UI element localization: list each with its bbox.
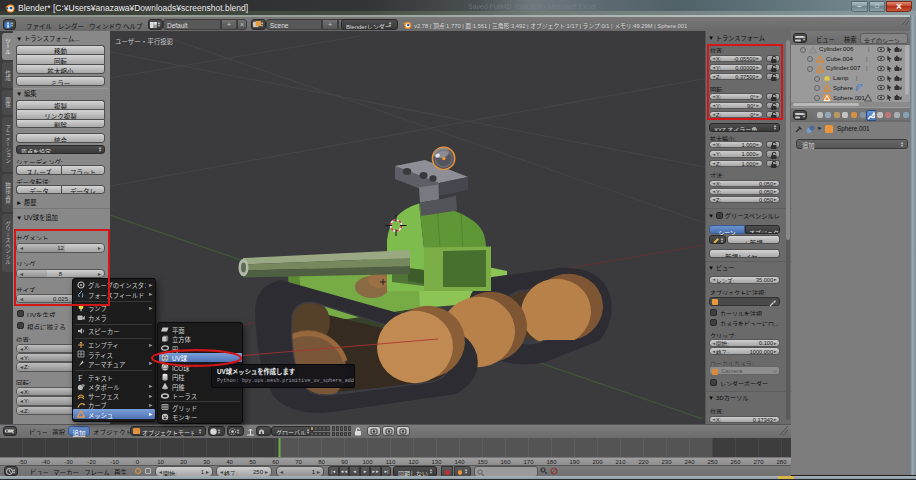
svg-text:100: 100 [362, 458, 373, 464]
svg-text:-20: -20 [87, 458, 96, 464]
svg-text:40: 40 [226, 458, 233, 464]
svg-text:280: 280 [776, 458, 787, 464]
svg-text:70: 70 [295, 458, 302, 464]
svg-text:120: 120 [408, 458, 419, 464]
svg-text:90: 90 [341, 458, 348, 464]
svg-text:210: 210 [615, 458, 626, 464]
svg-text:-30: -30 [64, 458, 73, 464]
svg-text:250: 250 [707, 458, 718, 464]
svg-text:10: 10 [157, 458, 164, 464]
svg-text:-40: -40 [41, 458, 50, 464]
svg-text:110: 110 [386, 458, 396, 464]
svg-text:160: 160 [500, 458, 511, 464]
svg-text:-10: -10 [110, 458, 119, 464]
svg-text:50: 50 [249, 458, 256, 464]
svg-text:-50: -50 [18, 458, 27, 464]
svg-text:130: 130 [431, 458, 442, 464]
svg-text:ユーザー・平行投影: ユーザー・平行投影 [115, 37, 174, 46]
svg-text:270: 270 [753, 458, 764, 464]
svg-text:140: 140 [454, 458, 465, 464]
svg-text:20: 20 [180, 458, 187, 464]
svg-text:240: 240 [684, 458, 695, 464]
svg-text:30: 30 [203, 458, 210, 464]
svg-text:60: 60 [272, 458, 279, 464]
svg-text:190: 190 [569, 458, 580, 464]
svg-text:170: 170 [523, 458, 534, 464]
svg-text:180: 180 [546, 458, 557, 464]
svg-text:80: 80 [318, 458, 325, 464]
svg-text:150: 150 [477, 458, 488, 464]
svg-text:260: 260 [730, 458, 741, 464]
svg-text:230: 230 [661, 458, 672, 464]
svg-text:220: 220 [638, 458, 649, 464]
svg-text:200: 200 [592, 458, 603, 464]
svg-text:0: 0 [136, 458, 140, 464]
svg-text:F: F [78, 374, 83, 382]
